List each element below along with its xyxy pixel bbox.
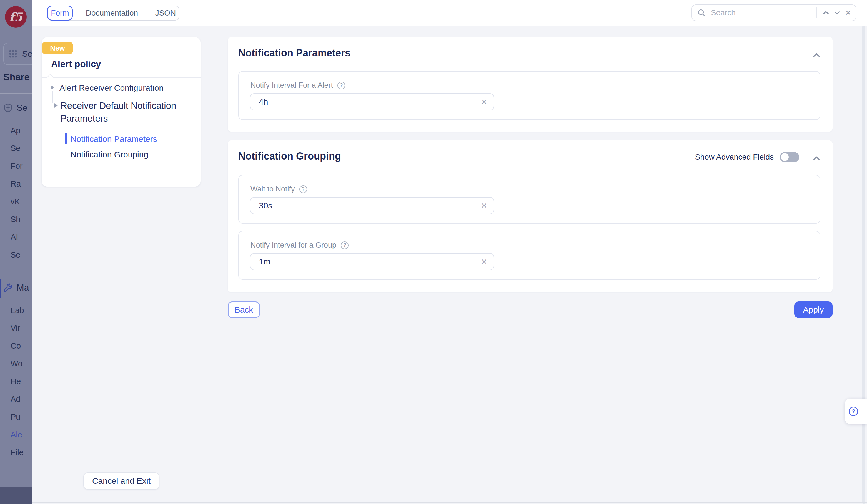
page-bottom-divider [32,502,867,503]
tab-json[interactable]: JSON [152,6,179,20]
text-field: ✕ [250,93,494,110]
sidebar: f5 Se Share Se Ap Se For Ra vK Sh [0,0,32,504]
sidebar-item[interactable]: Ra [11,179,21,188]
help-tooltip-icon[interactable]: ? [299,185,307,193]
help-tooltip-icon[interactable]: ? [341,241,349,249]
help-tooltip-icon[interactable]: ? [338,81,345,89]
section-title: Notification Parameters [238,47,351,59]
sidebar-item-alerts-active[interactable]: Ale [11,430,22,439]
step-bullet-icon [51,86,54,89]
sidebar-group-security[interactable]: Se [3,103,28,113]
chevron-up-icon [813,156,820,161]
sidebar-item[interactable]: AI [11,232,18,242]
search-icon [698,9,705,17]
field-label: Notify Interval For a Alert [250,81,333,90]
sidebar-item[interactable]: Pu [11,413,20,421]
close-icon: ✕ [845,9,851,17]
f5-logo[interactable]: f5 [5,6,26,28]
sidebar-item[interactable]: Sh [11,215,20,224]
cancel-and-exit-button[interactable]: Cancel and Exit [83,472,159,490]
field-group: Notify Interval For a Alert ? ✕ [238,71,820,120]
wizard-divider [42,77,201,78]
clear-field-icon[interactable]: ✕ [481,98,487,106]
sidebar-item[interactable]: He [11,377,21,386]
sidebar-item[interactable]: Ad [11,395,20,404]
clear-field-icon[interactable]: ✕ [481,258,487,265]
view-tabs: Form Documentation JSON [47,6,179,21]
service-selector-label: Se [22,49,32,58]
app-grid-icon [9,50,17,58]
step-connector [52,91,53,103]
back-button[interactable]: Back [228,302,260,318]
search-input[interactable] [710,8,813,18]
apply-button[interactable]: Apply [794,302,833,318]
chevron-down-icon [834,11,840,15]
help-icon: ? [849,407,858,416]
field-group: Wait to Notify ? ✕ [238,175,820,224]
notify-interval-group-input[interactable] [258,256,481,267]
status-badge-new: New [42,42,73,54]
field-label: Wait to Notify [250,185,295,194]
search-bar: ✕ [692,4,856,21]
sidebar-item[interactable]: Vir [11,324,20,333]
tab-documentation[interactable]: Documentation [72,6,152,20]
sidebar-item[interactable]: File [11,448,24,457]
sidebar-item[interactable]: Ap [11,126,20,135]
text-field: ✕ [250,197,494,214]
sidebar-item[interactable]: vK [11,197,20,206]
sidebar-group-label: Se [17,103,28,113]
field-group: Notify Interval for a Group ? ✕ [238,231,820,280]
section-title: Notification Grouping [238,151,341,162]
wizard-divider-notch [47,74,54,81]
sidebar-item[interactable]: Lab [11,306,24,315]
wrench-icon [3,283,13,293]
chevron-up-icon [813,53,820,57]
sidebar-item[interactable]: Co [11,341,21,351]
advanced-fields-label: Show Advanced Fields [695,153,774,162]
clear-field-icon[interactable]: ✕ [481,202,487,209]
sidebar-divider [0,467,32,467]
search-close-button[interactable]: ✕ [843,7,854,18]
search-prev-button[interactable] [820,7,832,18]
sidebar-section-heading: Share [3,72,30,83]
sidebar-active-indicator [0,279,1,298]
wizard-step-alert-receiver[interactable]: Alert Receiver Configuration [60,83,163,93]
service-selector[interactable]: Se [3,43,32,65]
search-divider [816,7,817,18]
wizard-substep-notification-parameters[interactable]: Notification Parameters [71,134,157,144]
substep-active-indicator [65,133,67,144]
advanced-fields-row: Show Advanced Fields [695,152,799,162]
search-next-button[interactable] [832,7,843,18]
section-notification-parameters: Notification Parameters Notify Interval … [228,37,833,132]
sidebar-item[interactable]: Wo [11,359,22,368]
help-button[interactable]: ? [845,398,867,424]
collapse-section-button[interactable] [813,50,820,54]
sidebar-footer [0,487,32,504]
scrollbar[interactable] [862,25,865,504]
sidebar-group-label: Ma [17,283,29,293]
collapse-section-button[interactable] [813,153,820,157]
chevron-up-icon [823,11,829,15]
tab-form[interactable]: Form [47,6,73,21]
shield-icon [3,103,13,113]
sidebar-item[interactable]: Se [11,250,20,260]
wizard-nav-card: New Alert policy Alert Receiver Configur… [42,37,201,186]
wizard-title: Alert policy [51,59,101,69]
sidebar-item[interactable]: Se [11,144,20,153]
show-advanced-fields-toggle[interactable] [780,152,799,162]
text-field: ✕ [250,253,494,270]
wizard-substep-notification-grouping[interactable]: Notification Grouping [71,150,148,159]
toggle-knob [781,153,789,161]
app-root: f5 Se Share Se Ap Se For Ra vK Sh [0,0,867,504]
wizard-step-receiver-defaults[interactable]: Receiver Default Notification Parameters [61,99,182,125]
field-label: Notify Interval for a Group [250,241,336,250]
sidebar-divider [0,93,32,94]
wait-to-notify-input[interactable] [258,200,481,211]
notify-interval-alert-input[interactable] [258,97,481,107]
sidebar-item[interactable]: For [11,162,23,171]
section-notification-grouping: Notification Grouping Show Advanced Fiel… [228,140,833,292]
step-arrow-icon [54,103,58,108]
sidebar-group-manage[interactable]: Ma [3,283,29,293]
